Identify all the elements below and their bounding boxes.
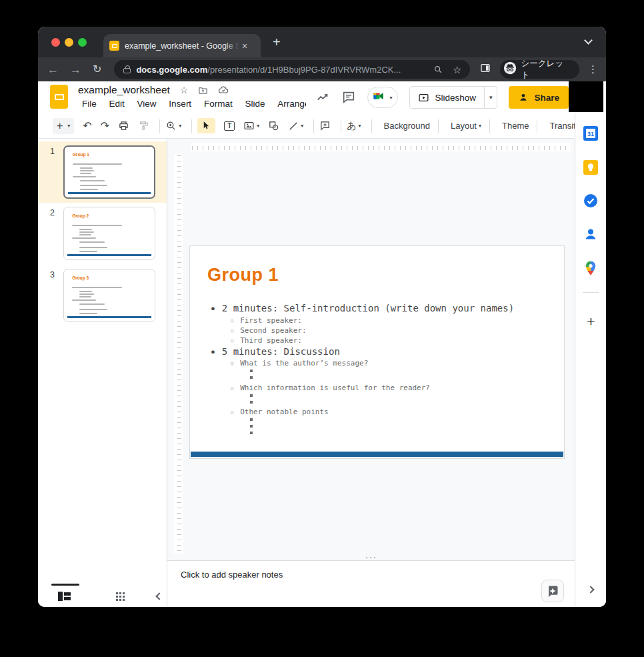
thumbnail-text-line: [79, 229, 92, 230]
cloud-saved-icon[interactable]: [218, 85, 229, 95]
new-slide-caret-icon: ▾: [67, 123, 70, 129]
side-panel-icon[interactable]: [480, 63, 491, 76]
zoom-icon[interactable]: ▾: [165, 120, 181, 131]
thumbnail-title: Group 1: [73, 152, 89, 157]
slide-number: 2: [50, 208, 55, 217]
print-icon[interactable]: [118, 120, 129, 131]
view-selected-indicator: [51, 584, 79, 586]
side-panel-rail: 31 +: [575, 113, 606, 607]
collapse-filmstrip-icon[interactable]: [155, 592, 163, 600]
google-maps-icon[interactable]: [583, 260, 599, 276]
fullscreen-window-button[interactable]: [78, 38, 87, 47]
undo-icon[interactable]: ↶: [83, 121, 91, 131]
meet-presentation-button[interactable]: ▾: [367, 87, 398, 108]
slide-bullet-level2[interactable]: First speaker:: [231, 316, 302, 325]
empty-bullet-group[interactable]: [250, 370, 253, 383]
share-button[interactable]: Share: [509, 86, 569, 109]
incognito-badge[interactable]: シークレット: [500, 60, 580, 79]
paint-format-icon[interactable]: [138, 120, 149, 131]
google-contacts-icon[interactable]: [583, 226, 599, 242]
menu-view[interactable]: View: [135, 99, 159, 109]
user-avatar[interactable]: [569, 81, 603, 112]
bookmark-star-icon[interactable]: ☆: [453, 65, 461, 75]
share-label: Share: [534, 93, 559, 103]
theme-button[interactable]: Theme: [495, 121, 535, 131]
input-method-button[interactable]: あ▾: [347, 120, 361, 132]
thumbnail-title: Group 3: [72, 275, 89, 280]
menu-insert[interactable]: Insert: [166, 99, 194, 109]
document-title[interactable]: example_worksheet: [78, 84, 170, 96]
slides-logo-icon[interactable]: [50, 85, 68, 109]
move-to-folder-icon[interactable]: [198, 85, 208, 95]
empty-bullet-group[interactable]: [250, 418, 253, 438]
close-window-button[interactable]: [51, 38, 60, 47]
slide-bullet-level1[interactable]: 2 minutes: Self-introduction (write down…: [211, 303, 514, 313]
google-keep-icon[interactable]: [583, 159, 599, 175]
insert-comment-button[interactable]: [319, 120, 331, 131]
slide-bullet-level2[interactable]: Which information is useful for the read…: [231, 384, 430, 392]
speaker-notes-panel[interactable]: Click to add speaker notes: [167, 560, 575, 607]
insert-image-button[interactable]: ▾: [243, 120, 259, 131]
menu-file[interactable]: File: [79, 99, 99, 109]
slides-favicon-icon: [109, 41, 119, 51]
menu-slide[interactable]: Slide: [242, 99, 267, 109]
slideshow-button[interactable]: Slideshow: [410, 87, 485, 108]
thumbnail-text-line: [72, 299, 95, 301]
slide-thumbnail-3[interactable]: Group 3: [63, 269, 155, 322]
explore-button[interactable]: [541, 580, 564, 602]
slide-canvas[interactable]: Group 1 2 minutes: Self-introduction (wr…: [189, 245, 565, 459]
slide-bullet-level1[interactable]: 5 minutes: Discussion: [211, 346, 340, 357]
slideshow-label: Slideshow: [435, 93, 476, 103]
slide-thumbnail-1[interactable]: Group 1: [63, 145, 155, 199]
star-document-icon[interactable]: ☆: [180, 85, 189, 95]
horizontal-ruler: [191, 143, 571, 151]
slide-bullet-level2[interactable]: Second speaker:: [231, 326, 307, 335]
get-add-ons-button[interactable]: +: [575, 313, 606, 330]
browser-menu-icon[interactable]: ⋮: [588, 63, 598, 75]
new-slide-button[interactable]: +▾: [53, 118, 74, 134]
close-tab-icon[interactable]: ×: [242, 41, 247, 51]
speaker-notes-placeholder[interactable]: Click to add speaker notes: [181, 570, 283, 580]
slideshow-options-caret[interactable]: ▾: [485, 87, 497, 108]
back-icon[interactable]: ←: [47, 64, 59, 75]
empty-bullet-group[interactable]: [250, 394, 253, 408]
menu-edit[interactable]: Edit: [107, 99, 127, 109]
slide-bullet-level2[interactable]: What is the author’s message?: [231, 359, 368, 368]
thumbnail-text-line: [79, 309, 107, 310]
slide-thumbnail-2[interactable]: Group 2: [63, 207, 155, 260]
redo-icon[interactable]: ↷: [101, 121, 109, 131]
browser-tab[interactable]: example_worksheet - Google S ×: [103, 34, 261, 57]
lock-icon[interactable]: [123, 68, 131, 73]
google-tasks-icon[interactable]: [583, 193, 599, 209]
select-tool-button[interactable]: [197, 118, 215, 133]
menu-arrange[interactable]: Arrange: [275, 99, 310, 109]
thumbnail-text-line: [79, 247, 107, 248]
filmstrip-view-icon[interactable]: [58, 592, 71, 601]
comments-icon[interactable]: [341, 90, 356, 105]
svg-text:31: 31: [587, 131, 594, 137]
slide-title[interactable]: Group 1: [207, 265, 279, 285]
new-tab-button[interactable]: +: [273, 35, 281, 49]
menu-format[interactable]: Format: [201, 99, 235, 109]
google-calendar-icon[interactable]: 31: [583, 125, 599, 141]
insert-line-button[interactable]: ▾: [288, 121, 303, 131]
zoom-page-icon[interactable]: [433, 65, 443, 74]
grid-view-icon[interactable]: [116, 592, 125, 601]
thumbnail-text-line: [80, 167, 93, 169]
layout-button[interactable]: Layout▾: [444, 121, 488, 131]
background-button[interactable]: Background: [377, 121, 437, 131]
insert-shape-button[interactable]: [268, 120, 279, 131]
text-box-tool-button[interactable]: T: [224, 121, 235, 131]
reload-icon[interactable]: ↻: [93, 64, 101, 75]
activity-trend-icon[interactable]: [315, 90, 330, 105]
slide-bullet-level2[interactable]: Third speaker:: [231, 336, 302, 345]
tab-title: example_worksheet - Google S: [125, 41, 239, 51]
thumbnail-accent-bar: [68, 192, 150, 194]
slide-bullet-level2[interactable]: Other notable points: [231, 408, 329, 416]
forward-icon[interactable]: →: [70, 64, 81, 75]
expand-side-panel-icon[interactable]: [587, 586, 594, 593]
minimize-window-button[interactable]: [65, 38, 73, 47]
tab-search-chevron-icon[interactable]: [584, 36, 593, 45]
address-bar[interactable]: docs.google.com/presentation/d/1H9Bbuj9P…: [114, 60, 469, 79]
thumbnail-text-line: [79, 296, 91, 297]
